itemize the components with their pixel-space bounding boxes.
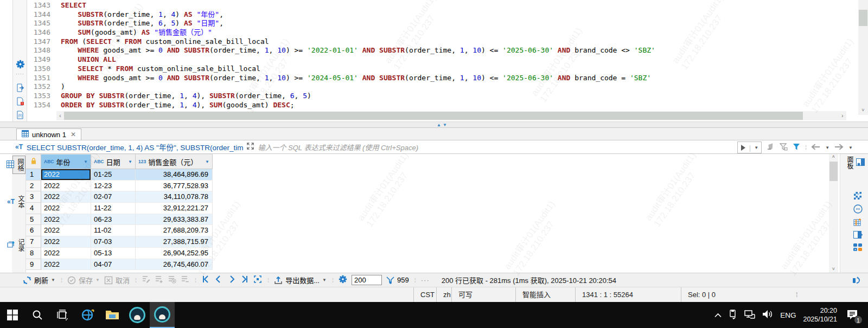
explorer-button[interactable] <box>100 302 125 328</box>
export-data-button[interactable]: 导出数据... ▼ <box>274 275 327 285</box>
grid-cell[interactable]: 11-22 <box>91 203 136 214</box>
row-number[interactable]: 9 <box>26 259 41 271</box>
add-row-icon[interactable] <box>155 275 163 285</box>
grid-cell[interactable]: 29,633,383.87 <box>136 214 213 226</box>
scroll-right-icon[interactable]: › <box>839 111 846 120</box>
usb-icon[interactable] <box>729 310 737 321</box>
script-info-icon[interactable]: (ii) <box>15 110 25 120</box>
dbeaver-button[interactable] <box>125 302 150 328</box>
hscroll-thumb[interactable] <box>64 112 803 120</box>
tab-text-view[interactable]: 文本 «T <box>12 193 25 210</box>
editor-results-splitter[interactable]: ▲▼ <box>0 121 868 128</box>
editor-hscrollbar[interactable]: ‹ › <box>56 111 846 120</box>
fetch-size-input[interactable] <box>352 275 382 285</box>
duplicate-row-icon[interactable] <box>168 275 176 285</box>
next-page-icon[interactable] <box>227 275 236 285</box>
grid-vscrollbar[interactable]: ˄ ˅ <box>829 154 838 273</box>
column-header-date[interactable]: ABC 日期 ▼ <box>91 154 136 169</box>
network-icon[interactable] <box>744 310 755 320</box>
back-dropdown-icon[interactable]: ▼ <box>825 145 829 150</box>
tray-chevron-icon[interactable] <box>714 311 722 319</box>
metadata-panel-icon[interactable] <box>853 230 863 240</box>
clock[interactable]: 20:20 2025/10/21 <box>803 306 837 324</box>
clear-filter-icon[interactable] <box>767 143 775 152</box>
header-corner[interactable] <box>26 154 41 169</box>
column-header-amount[interactable]: 123 销售金额（元） ▼ <box>136 154 213 169</box>
refresh-panel-icon[interactable] <box>852 275 861 285</box>
start-button[interactable] <box>0 302 25 328</box>
table-row[interactable]: 5202206-2329,633,383.87 <box>26 214 213 226</box>
first-page-icon[interactable] <box>201 275 210 285</box>
table-row[interactable]: 3202202-0734,110,078.78 <box>26 191 213 203</box>
grid-cell[interactable]: 06-23 <box>91 214 136 226</box>
grid-cell[interactable]: 36,777,528.93 <box>136 181 213 192</box>
calc-panel-icon[interactable] <box>853 204 863 214</box>
code-lines[interactable]: SELECT SUBSTR(order_time, 1, 4) AS "年份",… <box>61 1 855 111</box>
custom-filter-icon[interactable] <box>780 143 788 152</box>
grid-cell[interactable]: 04-07 <box>91 259 136 271</box>
row-number[interactable]: 6 <box>26 225 41 236</box>
row-number[interactable]: 7 <box>26 236 41 248</box>
row-number[interactable]: 2 <box>26 181 41 192</box>
result-grid[interactable]: ABC 年份 ▼ ABC 日期 ▼ 123 销售金额（元） ▼ 1202201-… <box>26 154 213 270</box>
grid-cell[interactable]: 27,688,209.73 <box>136 225 213 236</box>
chevron-down-icon[interactable]: ▼ <box>51 278 55 282</box>
table-row[interactable]: 4202211-2232,912,221.27 <box>26 203 213 214</box>
grid-cell[interactable]: 26,745,460.07 <box>136 259 213 271</box>
script-error-icon[interactable]: ! <box>15 96 25 107</box>
prev-page-icon[interactable] <box>214 275 223 285</box>
tab-unknown-1[interactable]: unknown 1 ✕ <box>16 128 81 140</box>
grid-cell[interactable]: 2022 <box>41 236 91 248</box>
grid-cell[interactable]: 07-03 <box>91 236 136 248</box>
tab-grid-view[interactable]: 网格 <box>12 156 25 174</box>
chevron-down-icon[interactable]: ▼ <box>322 278 327 282</box>
grid-cell[interactable]: 2022 <box>41 169 91 181</box>
gear-icon[interactable] <box>15 59 25 69</box>
grid-cell[interactable]: 01-25 <box>91 169 136 181</box>
grid-cell[interactable]: 2022 <box>41 203 91 214</box>
forward-dropdown-icon[interactable]: ▼ <box>848 145 853 150</box>
vscroll-thumb[interactable] <box>859 10 867 26</box>
language-indicator[interactable]: ENG <box>780 311 796 319</box>
grid-vscroll-thumb[interactable] <box>829 162 838 181</box>
row-number[interactable]: 8 <box>26 248 41 259</box>
grid-cell[interactable]: 2022 <box>41 259 91 271</box>
code-line[interactable]: SUBSTR(order_time, 6, 5) AS "日期", <box>61 19 855 28</box>
filter-enabled-icon[interactable] <box>793 143 800 152</box>
grid-cell[interactable]: 38,464,896.69 <box>136 169 213 181</box>
caret-position[interactable]: 1341 : 1 : 55264 <box>575 287 681 303</box>
code-line[interactable]: FROM (SELECT * FROM custom_online_sale_b… <box>61 37 855 47</box>
grid-cell[interactable]: 2022 <box>41 225 91 236</box>
tab-panels[interactable]: 面板 <box>851 156 865 169</box>
edit-cell-icon[interactable] <box>142 275 150 285</box>
volume-icon[interactable] <box>762 310 773 320</box>
close-icon[interactable]: ✕ <box>71 131 76 138</box>
grid-cell[interactable]: 11-02 <box>91 225 136 236</box>
table-row[interactable]: 6202211-0227,688,209.73 <box>26 225 213 236</box>
grid-cell[interactable]: 2022 <box>41 181 91 192</box>
code-line[interactable]: SUM(goods_amt) AS "销售金额（元）" <box>61 28 855 37</box>
chevron-down-icon[interactable]: ▼ <box>128 159 132 164</box>
apply-filter-button[interactable]: | ▼ <box>737 142 762 153</box>
fetch-page-icon[interactable] <box>253 275 262 285</box>
grid-cell[interactable]: 2022 <box>41 214 91 226</box>
dbeaver-active-button[interactable] <box>150 302 175 328</box>
table-row[interactable]: 2202212-2336,777,528.93 <box>26 181 213 192</box>
code-line[interactable]: GROUP BY SUBSTR(order_time, 1, 4), SUBST… <box>61 92 855 101</box>
grid-cell[interactable]: 27,388,715.97 <box>136 236 213 248</box>
code-line[interactable]: WHERE goods_amt >= 0 AND SUBSTR(order_ti… <box>61 46 855 55</box>
code-line[interactable]: SELECT <box>61 1 855 10</box>
scroll-up-icon[interactable]: ˄ <box>829 154 838 159</box>
table-row[interactable]: 8202205-1326,904,252.95 <box>26 248 213 259</box>
delete-row-icon[interactable] <box>181 275 189 285</box>
grid-cell[interactable]: 02-07 <box>91 191 136 203</box>
table-row[interactable]: 7202207-0327,388,715.97 <box>26 236 213 248</box>
table-row[interactable]: 1202201-2538,464,896.69 <box>26 169 213 181</box>
sql-editor[interactable]: ···· ! (ii) 1343134413451346134713481349… <box>0 0 868 121</box>
grid-cell[interactable]: 12-23 <box>91 181 136 192</box>
notification-button[interactable]: 1 <box>844 307 860 323</box>
toolbar-overflow-icon[interactable]: ··· <box>421 276 430 284</box>
forward-icon[interactable] <box>834 144 844 152</box>
tab-record-view[interactable]: 记录 <box>12 236 25 254</box>
chevron-down-icon[interactable]: ▼ <box>754 145 758 150</box>
